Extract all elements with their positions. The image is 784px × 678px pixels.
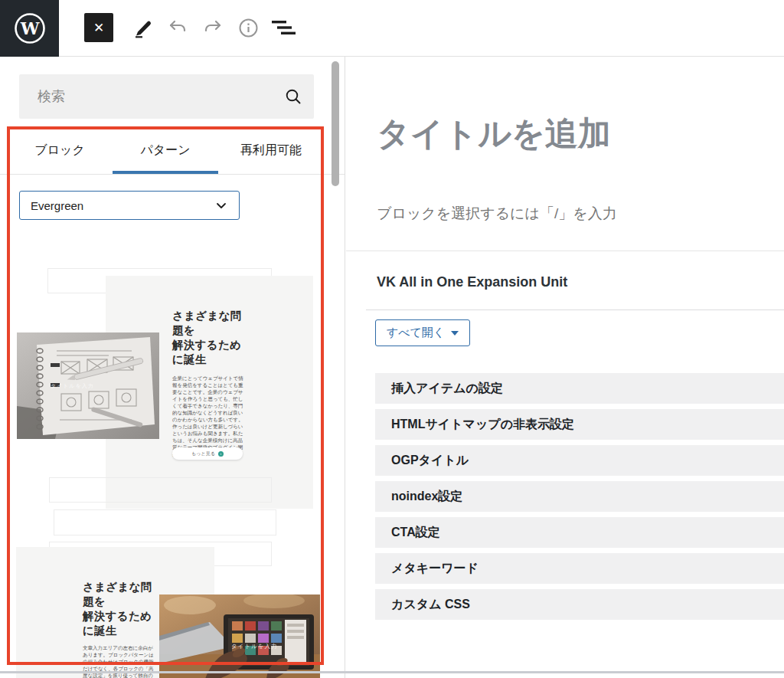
panel-row-cta[interactable]: CTA設定 [375, 517, 784, 548]
pattern-search-box [19, 74, 314, 119]
expand-all-label: すべて開く [387, 326, 445, 340]
tab-reusable[interactable]: 再利用可能 [218, 126, 324, 174]
pattern-heading: さまざまな問題を 解決するため に誕生 [83, 580, 157, 638]
post-title-input[interactable]: タイトルを追加 [377, 112, 611, 156]
content-divider [346, 251, 784, 251]
expand-all-button[interactable]: すべて開く [375, 319, 470, 346]
redo-arrow-icon [202, 17, 224, 38]
pattern-preview-2[interactable]: さまざまな問題を 解決するため に誕生 文章入力エリアの左右に余白があります。ブ… [16, 477, 320, 678]
post-body-placeholder[interactable]: ブロックを選択するには「/」を入力 [377, 204, 617, 224]
list-view-button[interactable] [268, 13, 297, 42]
editor-top-toolbar: W ✕ [0, 0, 784, 57]
editor-canvas: タイトルを追加 ブロックを選択するには「/」を入力 VK All in One … [346, 57, 784, 678]
block-inserter-toggle-button[interactable]: ✕ [84, 13, 113, 42]
more-button-label: もっと見る [191, 450, 215, 457]
metabox-divider [366, 310, 784, 310]
metabox-panel-list: 挿入アイテムの設定 HTMLサイトマップの非表示設定 OGPタイトル noind… [375, 373, 784, 625]
search-input[interactable] [19, 74, 314, 119]
pattern-placeholder-box [49, 477, 272, 503]
tab-blocks-label: ブロック [34, 142, 85, 159]
notebook-wireframe-image: タイトルを入力 [17, 332, 159, 439]
metabox-title: VK All in One Expansion Unit [377, 274, 567, 290]
pattern-preview-1[interactable]: タイトルを入力 さまざまな問題を 解決するため に誕生 企業にとってウェブサイト… [16, 268, 318, 509]
panel-row-html-sitemap[interactable]: HTMLサイトマップの非表示設定 [375, 409, 784, 440]
pattern-category-select[interactable]: Evergreen [19, 191, 240, 220]
panel-row-ogp-title[interactable]: OGPタイトル [375, 445, 784, 476]
image-caption-text: タイトルを入力 [231, 643, 277, 650]
caret-down-icon [451, 331, 459, 336]
search-icon [283, 87, 303, 106]
pattern-more-button: もっと見る › [172, 447, 243, 460]
image-caption-text: タイトルを入力 [51, 383, 94, 389]
pattern-heading: さまざまな問題を 解決するため に誕生 [172, 309, 247, 367]
block-inserter-panel: ブロック パターン 再利用可能 Evergreen [0, 57, 345, 678]
list-view-icon [270, 18, 296, 38]
pattern-placeholder-box [54, 509, 276, 536]
info-icon [238, 18, 259, 38]
close-icon: ✕ [93, 20, 104, 36]
panel-row-meta-keywords[interactable]: メタキーワード [375, 553, 784, 584]
tab-blocks[interactable]: ブロック [7, 126, 113, 174]
wordpress-logo-button[interactable]: W [0, 0, 59, 57]
undo-button[interactable] [163, 13, 192, 42]
inserter-tabs: ブロック パターン 再利用可能 [7, 126, 324, 174]
pattern-body-text: 企業にとってウェブサイトで情報を発信をすることはとても重要なことです。企業のウェ… [172, 375, 243, 457]
tab-patterns[interactable]: パターン [113, 126, 218, 174]
undo-arrow-icon [167, 17, 188, 38]
sidebar-scrollbar-thumb[interactable] [332, 61, 339, 186]
tablet-hands-image: タイトルを入力 [159, 594, 320, 678]
redo-button[interactable] [198, 13, 227, 42]
arrow-circle-icon: › [218, 451, 224, 457]
window-bottom-edge [0, 671, 784, 673]
wordpress-logo-icon: W [14, 12, 46, 44]
pencil-icon [131, 17, 152, 38]
panel-row-noindex[interactable]: noindex設定 [375, 481, 784, 512]
tab-patterns-label: パターン [140, 142, 190, 159]
info-button[interactable] [234, 13, 263, 42]
tabs-divider [0, 174, 345, 175]
svg-text:W: W [19, 18, 39, 38]
panel-row-insert-item-settings[interactable]: 挿入アイテムの設定 [375, 373, 784, 404]
pattern-category-value: Evergreen [31, 199, 83, 212]
edit-mode-button[interactable] [127, 13, 156, 42]
tab-reusable-label: 再利用可能 [240, 142, 302, 159]
panel-row-custom-css[interactable]: カスタム CSS [375, 589, 784, 620]
chevron-down-icon [214, 198, 228, 212]
